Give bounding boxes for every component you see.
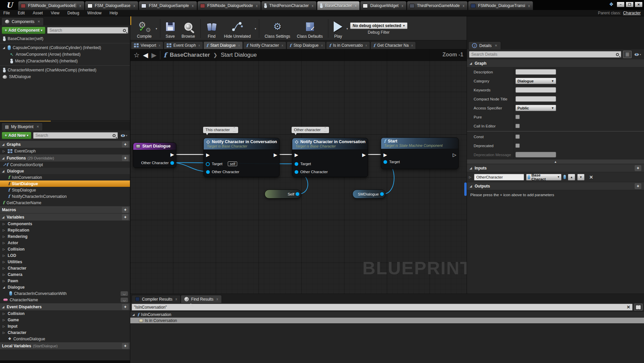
const-checkbox[interactable] bbox=[515, 134, 520, 139]
add-local-variable-button[interactable]: + bbox=[122, 343, 129, 349]
nav-forward-icon[interactable]: ▶ bbox=[151, 52, 156, 58]
functions-section-header[interactable]: ◢Functions(29 Overridable)+ bbox=[0, 154, 130, 161]
add-macro-button[interactable]: + bbox=[122, 207, 129, 213]
tab-start-dialogue[interactable]: fStart Dialoguex bbox=[203, 41, 243, 49]
exec-in-pin[interactable]: ▶ bbox=[295, 152, 298, 157]
add-variable-button[interactable]: + bbox=[122, 214, 129, 220]
collapse-section-button[interactable]: ▲ bbox=[467, 159, 644, 164]
compile-button[interactable]: ⚙⚙✓ Compile bbox=[134, 18, 155, 39]
comment-bubble[interactable]: Other character ⌃… bbox=[292, 127, 329, 133]
eye-closed-icon[interactable]: ◡ bbox=[121, 291, 128, 296]
deprecated-checkbox[interactable] bbox=[515, 143, 520, 148]
outputs-section-header[interactable]: ◢Outputs+ bbox=[467, 182, 644, 190]
debug-object-dropdown[interactable]: No debug object selected ▾ bbox=[350, 22, 408, 29]
target-pin[interactable] bbox=[295, 162, 298, 166]
doc-tab[interactable]: DialogueWidgetx bbox=[360, 1, 407, 10]
pure-checkbox[interactable] bbox=[515, 115, 520, 119]
breadcrumb-root[interactable]: BaseCharacter bbox=[170, 52, 210, 58]
component-row-capsule[interactable]: ◢CapsuleComponent (CollisionCylinder) (I… bbox=[0, 44, 130, 51]
menu-help[interactable]: Help bbox=[110, 11, 118, 15]
component-row-arrow[interactable]: ↖ArrowComponent (Arrow) (Inherited) bbox=[0, 51, 130, 58]
close-tab-icon[interactable]: x bbox=[192, 4, 194, 8]
exec-out-pin[interactable]: ▷ bbox=[453, 152, 456, 157]
node-notify-2[interactable]: ◇Notify Character in Conversation Target… bbox=[292, 138, 368, 177]
favorite-star-icon[interactable]: ☆ bbox=[134, 51, 140, 59]
layout-pin-icon[interactable]: ❖ bbox=[609, 1, 614, 7]
my-blueprint-tab[interactable]: ▤ My Blueprint ✕ bbox=[1, 122, 43, 130]
variables-section-header[interactable]: ◢Variables+ bbox=[0, 213, 130, 221]
dispatcher-row[interactable]: ❖ContinueDialogue bbox=[0, 336, 130, 342]
close-tab-icon[interactable]: x bbox=[79, 4, 81, 8]
exec-out-pin[interactable]: ▶ bbox=[362, 152, 366, 157]
doc-tab[interactable]: ThirdPersonCharacterx bbox=[261, 1, 317, 10]
close-tab-icon[interactable]: x bbox=[133, 4, 135, 8]
close-tab-icon[interactable]: x bbox=[463, 4, 464, 8]
menu-window[interactable]: Window bbox=[87, 11, 102, 15]
find-result-row-selected[interactable]: Is in Conversation bbox=[130, 318, 644, 323]
doc-tab[interactable]: FSM_DialogueSamplex bbox=[139, 1, 197, 10]
blueprint-canvas[interactable]: ☆ ◀ ▶ f BaseCharacter ❯ Start Dialogue Z… bbox=[130, 49, 467, 294]
self-out-pin[interactable] bbox=[296, 192, 299, 196]
local-variables-header[interactable]: Local Variables(StartDialogue)+ bbox=[0, 342, 130, 349]
close-button[interactable]: ✕ bbox=[635, 2, 643, 7]
find-result-row[interactable]: ◢ f IsInConversation bbox=[130, 311, 644, 318]
access-specifier-dropdown[interactable]: Public▼ bbox=[515, 105, 556, 111]
macros-section-header[interactable]: Macros+ bbox=[0, 206, 130, 213]
menu-view[interactable]: View bbox=[51, 11, 59, 15]
menu-file[interactable]: File bbox=[3, 11, 10, 15]
bubble-pin-icon[interactable]: ⌃… bbox=[324, 127, 327, 132]
doc-tab[interactable]: FSMNode_DialogueNodex bbox=[197, 1, 261, 10]
doc-tab[interactable]: ThirdPersonGameModex bbox=[407, 1, 468, 10]
menu-asset[interactable]: Asset bbox=[33, 11, 43, 15]
save-button[interactable]: Save bbox=[162, 18, 178, 39]
node-self-variable[interactable]: Self bbox=[265, 190, 301, 199]
find-button[interactable]: Find bbox=[203, 18, 221, 39]
call-in-editor-checkbox[interactable] bbox=[515, 124, 520, 128]
param-name-field[interactable] bbox=[474, 174, 524, 180]
close-tab-icon[interactable]: ✕ bbox=[37, 20, 40, 23]
bubble-pin-icon[interactable]: ⌃… bbox=[233, 127, 236, 132]
comment-bubble[interactable]: This character ⌃… bbox=[203, 127, 238, 133]
variable-category[interactable]: ▷LOD bbox=[0, 252, 130, 259]
exec-out-pin[interactable]: ▶ bbox=[274, 152, 277, 157]
component-row-smdialogue[interactable]: SMDialogue bbox=[0, 73, 130, 80]
components-search-input[interactable] bbox=[49, 28, 123, 33]
node-start[interactable]: fStart Target is State Machine Component… bbox=[381, 137, 459, 169]
variable-category[interactable]: ▷Collision bbox=[0, 246, 130, 252]
close-tab-icon[interactable]: x bbox=[312, 4, 313, 8]
variable-category[interactable]: ▷Actor bbox=[0, 240, 130, 246]
find-in-blueprints-button[interactable] bbox=[634, 304, 643, 311]
variable-row[interactable]: CharacterInConversationWith◡ bbox=[0, 290, 130, 297]
graph-section-header[interactable]: ◢Graph bbox=[467, 59, 644, 67]
close-tab-icon[interactable]: x bbox=[528, 4, 530, 8]
dispatcher-category[interactable]: ▷Input bbox=[0, 323, 130, 329]
target-pin[interactable] bbox=[206, 162, 210, 166]
clear-search-icon[interactable]: ✕ bbox=[627, 305, 630, 310]
details-tab[interactable]: i Details ✕ bbox=[468, 41, 501, 49]
node-start-dialogue[interactable]: Start Dialogue ▶ Other Character bbox=[133, 142, 176, 168]
variable-category[interactable]: ▷Pawn bbox=[0, 278, 130, 284]
variable-category[interactable]: ◢Dialogue bbox=[0, 284, 130, 290]
node-smdialogue-variable[interactable]: SMDialogue bbox=[352, 190, 386, 199]
tab-notify-character[interactable]: fNotify Characterx bbox=[243, 41, 286, 49]
doc-tab[interactable]: FSMNode_DialogueNodeEx bbox=[18, 1, 85, 10]
components-tab[interactable]: Components ✕ bbox=[1, 17, 44, 25]
move-down-button[interactable]: ▼ bbox=[577, 174, 585, 180]
other-character-pin[interactable] bbox=[295, 170, 298, 174]
inputs-section-header[interactable]: ◢Inputs+ bbox=[467, 164, 644, 172]
doc-tab-active[interactable]: BaseCharacterx bbox=[317, 1, 360, 10]
event-dispatchers-header[interactable]: ◢Event Dispatchers+ bbox=[0, 303, 130, 310]
function-row[interactable]: fIsInConversation bbox=[0, 174, 130, 180]
restore-button[interactable]: ❐ bbox=[626, 2, 634, 7]
dialogue-category-row[interactable]: ◢Dialogue bbox=[0, 168, 130, 174]
component-row-charmove[interactable]: CharacterMovement (CharMoveComp) (Inheri… bbox=[0, 67, 130, 73]
graphs-section-header[interactable]: ◢Graphs+ bbox=[0, 140, 130, 148]
compiler-results-tab[interactable]: Compiler Results x bbox=[132, 295, 181, 303]
data-out-pin[interactable] bbox=[170, 161, 174, 165]
play-button[interactable]: Play bbox=[330, 18, 346, 39]
close-tab-icon[interactable]: ✕ bbox=[36, 125, 39, 128]
menu-edit[interactable]: Edit bbox=[18, 11, 25, 15]
variable-category[interactable]: ▷Character bbox=[0, 265, 130, 271]
expander-icon[interactable]: ◢ bbox=[3, 46, 6, 49]
components-search[interactable] bbox=[47, 27, 128, 34]
